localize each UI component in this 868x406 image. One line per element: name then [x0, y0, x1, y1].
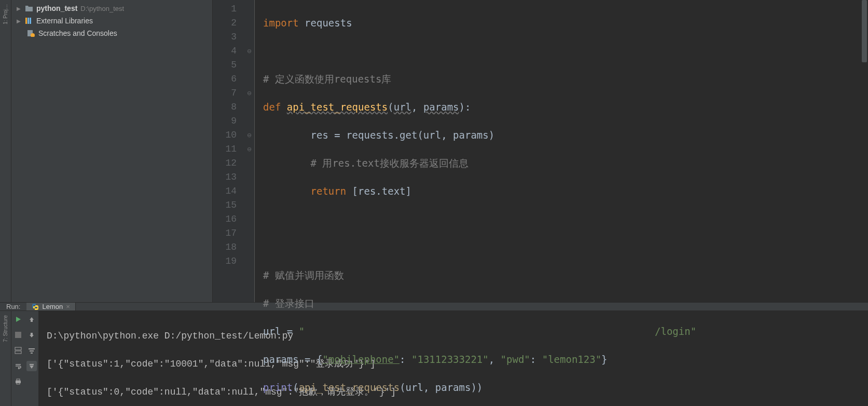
fold-toggle-icon[interactable]: ⊖ — [244, 142, 254, 156]
run-label: Run: — [0, 303, 26, 310]
run-toolbar-right — [25, 311, 38, 406]
tree-external-libraries[interactable]: ▶ External Libraries — [11, 15, 212, 27]
down-icon[interactable] — [26, 330, 37, 340]
line-number[interactable]: 16 — [213, 212, 237, 226]
filter-icon[interactable] — [26, 345, 37, 356]
up-icon[interactable] — [26, 314, 37, 324]
tree-scratches[interactable]: Scratches and Consoles — [11, 27, 212, 39]
bottom-left-strip: 7: Structure 📌 — [0, 311, 11, 406]
line-number[interactable]: 17 — [213, 226, 237, 240]
fold-strip: ⊖ ⊖ ⊖ ⊖ — [244, 0, 254, 302]
print-icon[interactable] — [13, 376, 23, 387]
stop-button[interactable] — [13, 330, 23, 340]
line-number[interactable]: 7 — [213, 86, 237, 100]
line-number[interactable]: 6 — [213, 72, 237, 86]
line-number[interactable]: 5 — [213, 58, 237, 72]
line-number[interactable]: 11 — [213, 142, 237, 156]
gutter: 1 2 3 4 5 6 7 8 9 10 11 12 13 14 15 16 1… — [213, 0, 244, 302]
rerun-button[interactable] — [13, 314, 23, 324]
line-number[interactable]: 18 — [213, 240, 237, 254]
tool-structure[interactable]: 7: Structure — [2, 313, 9, 344]
svg-rect-5 — [15, 332, 21, 338]
tree-item-label: Scratches and Consoles — [38, 29, 117, 37]
line-number[interactable]: 19 — [213, 254, 237, 268]
tree-root-row[interactable]: ▶ python_test D:\python_test — [11, 2, 212, 15]
run-tab-name: Lemon — [42, 303, 63, 310]
libraries-icon — [25, 17, 33, 24]
line-number[interactable]: 10 — [213, 128, 237, 142]
python-icon — [32, 303, 39, 310]
scrollbar-thumb[interactable] — [862, 0, 867, 62]
run-toolbar-left — [11, 311, 25, 406]
svg-rect-1 — [27, 18, 29, 24]
line-number[interactable]: 12 — [213, 156, 237, 170]
svg-rect-6 — [15, 347, 21, 350]
fold-toggle-icon[interactable]: ⊖ — [244, 86, 254, 100]
svg-rect-12 — [30, 350, 34, 351]
tree-item-label: External Libraries — [36, 17, 93, 25]
tool-project[interactable]: 1: Proj… — [2, 2, 9, 26]
line-number[interactable]: 15 — [213, 198, 237, 212]
editor: 1 2 3 4 5 6 7 8 9 10 11 12 13 14 15 16 1… — [213, 0, 868, 302]
left-tool-strip: 1: Proj… — [0, 0, 11, 302]
code-area[interactable]: import requests # 定义函数使用requests库 def ap… — [254, 0, 868, 302]
chevron-right-icon: ▶ — [17, 6, 22, 11]
scroll-to-end-icon[interactable] — [26, 361, 37, 371]
svg-rect-11 — [29, 348, 35, 349]
svg-rect-13 — [31, 353, 33, 354]
svg-rect-7 — [15, 351, 21, 354]
line-number[interactable]: 9 — [213, 114, 237, 128]
close-icon[interactable]: × — [66, 303, 70, 310]
svg-rect-9 — [17, 379, 20, 381]
project-panel: ▶ python_test D:\python_test ▶ External … — [11, 0, 213, 302]
line-number[interactable]: 13 — [213, 170, 237, 184]
layout-icon[interactable] — [13, 345, 23, 356]
folder-icon — [25, 5, 33, 12]
line-number[interactable]: 8 — [213, 100, 237, 114]
line-number[interactable]: 14 — [213, 184, 237, 198]
run-tab[interactable]: Lemon × — [26, 303, 75, 310]
line-number[interactable]: 4 — [213, 44, 237, 58]
chevron-right-icon: ▶ — [17, 18, 22, 24]
soft-wrap-icon[interactable] — [13, 361, 23, 371]
svg-rect-2 — [30, 18, 31, 24]
tree-root-name: python_test — [36, 4, 77, 12]
line-number[interactable]: 1 — [213, 2, 237, 16]
svg-rect-10 — [17, 383, 20, 384]
fold-toggle-icon[interactable]: ⊖ — [244, 128, 254, 142]
line-number[interactable]: 2 — [213, 16, 237, 30]
scratches-icon — [27, 30, 35, 37]
line-number[interactable]: 3 — [213, 30, 237, 44]
fold-toggle-icon[interactable]: ⊖ — [244, 44, 254, 58]
svg-rect-0 — [25, 18, 27, 24]
tree-root-path: D:\python_test — [80, 5, 124, 12]
